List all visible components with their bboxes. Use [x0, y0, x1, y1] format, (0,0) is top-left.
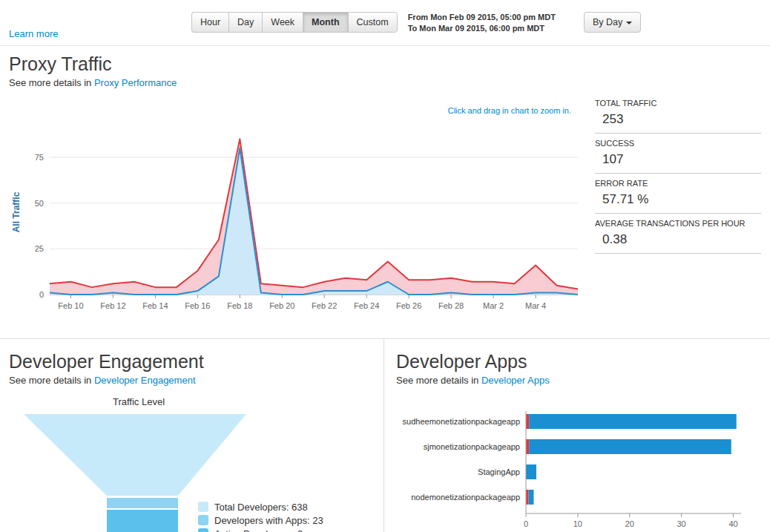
- date-range-from: From Mon Feb 09 2015, 05:00 pm MDT: [408, 12, 556, 23]
- svg-text:40: 40: [728, 519, 737, 528]
- developer-apps-title: Developer Apps: [396, 351, 758, 372]
- legend-label: Developers with Apps: 23: [214, 515, 323, 526]
- range-button-month[interactable]: Month: [303, 12, 347, 33]
- stat-label: ERROR RATE: [595, 179, 761, 188]
- stat-label: TOTAL TRAFFIC: [595, 99, 761, 108]
- bottom-row: Developer Engagement See more details in…: [0, 338, 770, 532]
- funnel-area: Traffic Level Total Developers: 638Devel…: [9, 386, 384, 532]
- stat-value: 0.38: [595, 228, 761, 247]
- svg-text:75: 75: [35, 153, 44, 162]
- stat-label: SUCCESS: [595, 139, 761, 148]
- legend-swatch-icon: [198, 502, 208, 512]
- svg-text:Feb 18: Feb 18: [227, 301, 252, 310]
- stats-panel: TOTAL TRAFFIC 253 SUCCESS 107 ERROR RATE…: [595, 96, 761, 256]
- caret-down-icon: [626, 22, 632, 24]
- svg-text:StagingApp: StagingApp: [478, 467, 520, 476]
- range-button-hour[interactable]: Hour: [191, 12, 228, 33]
- stat-value: 253: [595, 108, 761, 127]
- range-button-custom[interactable]: Custom: [348, 12, 398, 33]
- developer-engagement-section: Developer Engagement See more details in…: [0, 339, 384, 532]
- svg-text:10: 10: [573, 519, 582, 528]
- developer-apps-subtitle: See more details in Developer Apps: [396, 375, 758, 386]
- date-range: From Mon Feb 09 2015, 05:00 pm MDT To Mo…: [408, 12, 556, 34]
- developer-engagement-link[interactable]: Developer Engagement: [94, 375, 196, 386]
- legend-label: Active Developers: 2: [214, 528, 303, 532]
- svg-text:25: 25: [35, 244, 44, 253]
- svg-text:0: 0: [39, 290, 44, 299]
- developer-engagement-subtitle: See more details in Developer Engagement: [9, 375, 384, 386]
- stat-total-traffic: TOTAL TRAFFIC 253: [595, 96, 761, 134]
- proxy-traffic-title: Proxy Traffic: [9, 53, 761, 75]
- svg-text:30: 30: [677, 519, 686, 528]
- proxy-chart-column: Click and drag in chart to zoom in. 0255…: [9, 88, 595, 325]
- svg-text:sjmonetizationpackageapp: sjmonetizationpackageapp: [424, 442, 520, 451]
- svg-text:20: 20: [625, 519, 634, 528]
- legend-item: Active Developers: 2: [198, 528, 392, 532]
- range-button-day[interactable]: Day: [228, 12, 262, 33]
- funnel-legend: Total Developers: 638Developers with App…: [198, 502, 392, 532]
- svg-text:Feb 28: Feb 28: [438, 301, 464, 310]
- by-day-dropdown-label: By Day: [593, 17, 622, 27]
- svg-text:All Traffic: All Traffic: [11, 191, 22, 232]
- svg-text:50: 50: [35, 199, 44, 208]
- proxy-chart-row: Click and drag in chart to zoom in. 0255…: [9, 88, 761, 325]
- stat-error-rate: ERROR RATE 57.71 %: [595, 176, 761, 214]
- developer-apps-link[interactable]: Developer Apps: [481, 375, 550, 386]
- svg-text:Mar 4: Mar 4: [525, 301, 546, 310]
- legend-swatch-icon: [198, 528, 208, 532]
- zoom-hint: Click and drag in chart to zoom in.: [9, 106, 571, 115]
- date-range-to: To Mon Mar 09 2015, 06:00 pm MDT: [408, 23, 556, 34]
- svg-text:Mar 2: Mar 2: [483, 301, 504, 310]
- by-day-dropdown[interactable]: By Day: [584, 12, 641, 33]
- range-button-group: Hour Day Week Month Custom: [191, 12, 398, 33]
- stat-label: AVERAGE TRANSACTIONS PER HOUR: [595, 219, 761, 228]
- svg-text:Feb 12: Feb 12: [100, 301, 125, 310]
- svg-text:nodemonetizationpackageapp: nodemonetizationpackageapp: [411, 493, 520, 502]
- proxy-traffic-section: Proxy Traffic See more details in Proxy …: [0, 53, 770, 325]
- stat-avg-tph: AVERAGE TRANSACTIONS PER HOUR 0.38: [595, 216, 761, 254]
- proxy-traffic-chart[interactable]: 0255075Feb 10Feb 12Feb 14Feb 16Feb 18Feb…: [9, 116, 591, 323]
- funnel-title: Traffic Level: [9, 396, 269, 407]
- range-controls: Hour Day Week Month Custom From Mon Feb …: [191, 12, 641, 34]
- svg-text:Feb 14: Feb 14: [142, 301, 168, 310]
- proxy-traffic-subtitle: See more details in Proxy Performance: [9, 77, 761, 88]
- svg-text:Feb 24: Feb 24: [354, 301, 379, 310]
- svg-text:0: 0: [524, 519, 528, 528]
- svg-text:Feb 10: Feb 10: [58, 301, 83, 310]
- svg-text:sudheemonetizationpackageapp: sudheemonetizationpackageapp: [403, 417, 520, 426]
- legend-swatch-icon: [198, 515, 208, 525]
- range-button-week[interactable]: Week: [262, 12, 303, 33]
- developer-engagement-title: Developer Engagement: [9, 351, 384, 372]
- stat-success: SUCCESS 107: [595, 136, 761, 174]
- svg-text:Feb 20: Feb 20: [269, 301, 294, 310]
- stat-value: 107: [595, 148, 761, 167]
- developer-apps-section: Developer Apps See more details in Devel…: [384, 339, 770, 532]
- details-prefix: See more details in: [9, 375, 91, 386]
- svg-text:Feb 16: Feb 16: [185, 301, 210, 310]
- learn-more-link[interactable]: Learn more: [9, 28, 58, 39]
- developer-apps-chart: sudheemonetizationpackageappsjmonetizati…: [396, 408, 756, 532]
- svg-text:Feb 26: Feb 26: [396, 301, 421, 310]
- details-prefix: See more details in: [396, 375, 478, 386]
- svg-text:Feb 22: Feb 22: [312, 301, 337, 310]
- stat-value: 57.71 %: [595, 188, 761, 207]
- legend-label: Total Developers: 638: [214, 502, 308, 513]
- header-bar: Learn more Hour Day Week Month Custom Fr…: [0, 0, 770, 46]
- legend-item: Total Developers: 638: [198, 502, 392, 513]
- proxy-performance-link[interactable]: Proxy Performance: [94, 77, 177, 88]
- details-prefix: See more details in: [9, 77, 91, 88]
- legend-item: Developers with Apps: 23: [198, 515, 392, 526]
